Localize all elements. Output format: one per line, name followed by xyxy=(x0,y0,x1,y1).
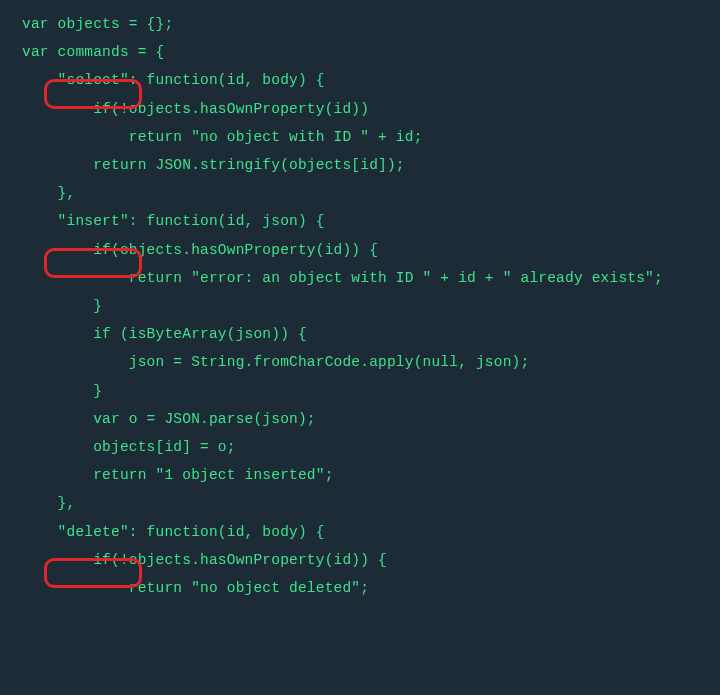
code-line: var objects = {}; xyxy=(22,16,173,32)
code-line: } xyxy=(22,298,102,314)
code-line: if(objects.hasOwnProperty(id)) { xyxy=(22,242,378,258)
code-line: return "no object with ID " + id; xyxy=(22,129,423,145)
code-line: if(!objects.hasOwnProperty(id)) { xyxy=(22,552,387,568)
code-line: "delete": function(id, body) { xyxy=(22,524,325,540)
code-line: if(!objects.hasOwnProperty(id)) xyxy=(22,101,369,117)
code-line: objects[id] = o; xyxy=(22,439,236,455)
code-line: "insert": function(id, json) { xyxy=(22,213,325,229)
code-line: }, xyxy=(22,495,75,511)
code-line: var o = JSON.parse(json); xyxy=(22,411,316,427)
code-block: var objects = {}; var commands = { "sele… xyxy=(0,0,720,602)
code-line: var commands = { xyxy=(22,44,164,60)
code-line: if (isByteArray(json)) { xyxy=(22,326,307,342)
code-line: } xyxy=(22,383,102,399)
code-line: "select": function(id, body) { xyxy=(22,72,325,88)
code-line: }, xyxy=(22,185,75,201)
code-line: return "no object deleted"; xyxy=(22,580,369,596)
code-line: return JSON.stringify(objects[id]); xyxy=(22,157,405,173)
code-line: return "error: an object with ID " + id … xyxy=(22,270,663,286)
code-line: json = String.fromCharCode.apply(null, j… xyxy=(22,354,529,370)
code-line: return "1 object inserted"; xyxy=(22,467,334,483)
